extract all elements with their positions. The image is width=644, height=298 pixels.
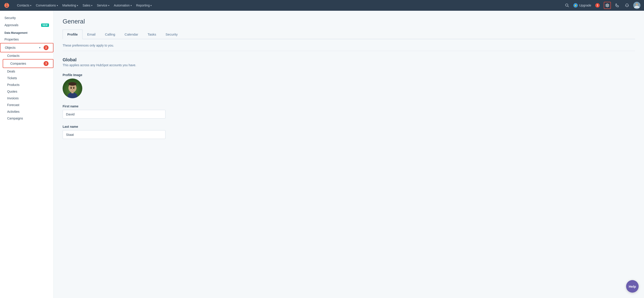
nav-sales[interactable]: Sales [82, 4, 92, 7]
tabs-bar: Profile Email Calling Calendar Tasks Sec… [62, 30, 635, 39]
sidebar-item-products-label: Products [7, 83, 20, 87]
nav-automation[interactable]: Automation [114, 4, 132, 7]
sidebar-item-quotes[interactable]: Quotes [0, 88, 54, 95]
section-global-subtitle: This applies across any HubSpot accounts… [62, 63, 635, 67]
sidebar-item-forecast[interactable]: Forecast [0, 102, 54, 108]
hubspot-logo[interactable] [4, 2, 10, 9]
section-global-title: Global [62, 57, 635, 62]
tab-calling[interactable]: Calling [100, 30, 120, 39]
profile-image-group: Profile Image [62, 73, 635, 98]
sidebar-item-companies-label: Companies [10, 62, 26, 65]
sidebar-item-approvals-label: Approvals [4, 23, 18, 27]
sidebar-item-activities[interactable]: Activities [0, 108, 54, 115]
nav-reporting[interactable]: Reporting [136, 4, 152, 7]
first-name-label: First name [62, 105, 635, 108]
profile-image-container[interactable] [62, 79, 82, 98]
sidebar-item-properties[interactable]: Properties [0, 36, 54, 43]
svg-point-11 [73, 88, 74, 89]
upgrade-button[interactable]: ⚡ Upgrade [573, 3, 591, 8]
user-avatar[interactable] [633, 2, 640, 9]
sidebar-item-objects-label: Objects [5, 46, 16, 50]
nav-marketing[interactable]: Marketing [62, 4, 78, 7]
profile-image-label: Profile Image [62, 73, 635, 77]
notifications-bell-button[interactable] [624, 2, 630, 9]
tab-email[interactable]: Email [82, 30, 100, 39]
tab-calendar[interactable]: Calendar [120, 30, 143, 39]
sidebar-item-quotes-label: Quotes [7, 90, 17, 93]
phone-button[interactable] [614, 2, 621, 9]
nav-conversations[interactable]: Conversations [36, 4, 58, 7]
upgrade-label: Upgrade [579, 4, 591, 7]
help-button[interactable]: Help [626, 280, 639, 293]
sidebar: Security Approvals NEW Data Management P… [0, 11, 54, 298]
sidebar-item-products[interactable]: Products [0, 81, 54, 88]
main-content: General Profile Email Calling Calendar T… [54, 11, 644, 298]
sidebar-item-companies[interactable]: Companies 3 [3, 59, 54, 68]
first-name-group: First name [62, 105, 635, 119]
page-layout: Security Approvals NEW Data Management P… [0, 11, 644, 298]
sidebar-item-invoices[interactable]: Invoices [0, 95, 54, 102]
step-2-badge: 2 [44, 45, 48, 50]
svg-point-3 [636, 3, 638, 6]
notification-button[interactable]: 1 [594, 2, 601, 9]
sidebar-item-security[interactable]: Security [0, 14, 54, 22]
notification-badge-container: 1 [594, 2, 601, 9]
sidebar-item-invoices-label: Invoices [7, 96, 18, 100]
top-navigation: Contacts Conversations Marketing Sales S… [0, 0, 644, 11]
sidebar-item-objects[interactable]: Objects ▾ 2 [0, 43, 54, 52]
nav-items: Contacts Conversations Marketing Sales S… [17, 4, 558, 7]
last-name-label: Last name [62, 125, 635, 128]
sidebar-item-activities-label: Activities [7, 110, 20, 113]
sidebar-item-tickets[interactable]: Tickets [0, 75, 54, 81]
settings-button[interactable] [604, 2, 611, 9]
nav-contacts[interactable]: Contacts [17, 4, 31, 7]
nav-right-actions: ⚡ Upgrade 1 [564, 2, 640, 9]
profile-avatar-svg [62, 79, 82, 98]
sidebar-item-contacts-label: Contacts [7, 54, 20, 58]
sidebar-item-campaigns-label: Campaigns [7, 117, 23, 120]
svg-point-10 [71, 88, 72, 89]
last-name-group: Last name [62, 125, 635, 139]
nav-service[interactable]: Service [97, 4, 109, 7]
new-badge: NEW [41, 24, 49, 27]
sidebar-item-properties-label: Properties [4, 38, 19, 41]
preferences-note: These preferences only apply to you. [62, 44, 635, 51]
sidebar-item-campaigns[interactable]: Campaigns [0, 115, 54, 122]
sidebar-item-contacts[interactable]: Contacts [0, 52, 54, 59]
svg-point-1 [566, 4, 568, 6]
tab-tasks[interactable]: Tasks [143, 30, 161, 39]
svg-point-9 [68, 82, 76, 86]
first-name-input[interactable] [62, 110, 166, 119]
page-title: General [62, 18, 635, 25]
tab-profile[interactable]: Profile [62, 30, 82, 39]
notification-count: 1 [595, 3, 600, 8]
upgrade-icon: ⚡ [573, 3, 578, 8]
sidebar-item-tickets-label: Tickets [7, 76, 17, 80]
tab-security[interactable]: Security [161, 30, 182, 39]
step-3-badge: 3 [44, 61, 48, 66]
sidebar-item-forecast-label: Forecast [7, 103, 19, 107]
sidebar-item-deals[interactable]: Deals [0, 68, 54, 75]
last-name-input[interactable] [62, 130, 166, 139]
chevron-down-icon: ▾ [39, 46, 40, 49]
sidebar-item-approvals[interactable]: Approvals NEW [0, 22, 54, 29]
search-button[interactable] [564, 2, 571, 9]
sidebar-item-security-label: Security [4, 16, 16, 20]
sidebar-item-deals-label: Deals [7, 70, 15, 73]
sidebar-section-data-management: Data Management [0, 29, 54, 36]
